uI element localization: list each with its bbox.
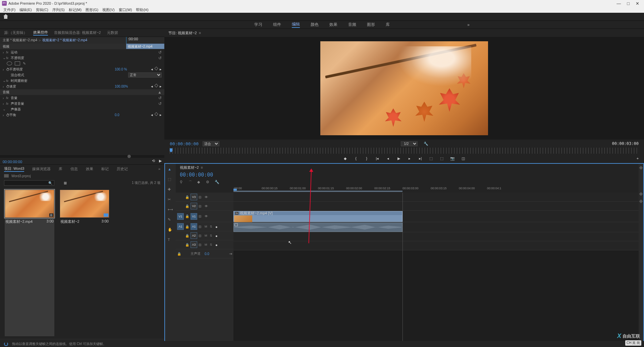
lock-icon[interactable]: 🔒	[185, 243, 189, 247]
keyframe-icon[interactable]	[154, 84, 158, 87]
bin-icon[interactable]	[4, 174, 9, 178]
program-timecode[interactable]: 00:00:00:00	[170, 141, 199, 146]
solo-button[interactable]: S	[210, 234, 214, 237]
track-v3-header[interactable]: 🔒V3⊟👁	[176, 193, 233, 202]
workspace-libraries[interactable]: 库	[386, 22, 390, 28]
ec-loop-icon[interactable]: ⟲	[152, 159, 155, 163]
track-a2-header[interactable]: 🔒A2⊟MS●	[176, 231, 233, 240]
ripple-tool-icon[interactable]: ✚	[168, 187, 173, 193]
maximize-button[interactable]: □	[627, 1, 630, 6]
pen-tool-icon[interactable]: ✎	[168, 217, 173, 223]
lock-icon[interactable]: 🔒	[185, 234, 189, 238]
lock-icon[interactable]: 🔒	[185, 204, 189, 208]
sync-icon[interactable]: ⊟	[199, 195, 203, 199]
fit-select[interactable]: 适合	[203, 141, 219, 146]
video-clip[interactable]: fx视频素材~2.mp4 [V] ↖	[233, 211, 402, 222]
tabs-overflow[interactable]: »	[158, 167, 160, 171]
workspace-color[interactable]: 颜色	[311, 22, 319, 28]
menu-file[interactable]: 文件(F)	[2, 7, 17, 12]
tab-libraries[interactable]: 库	[59, 166, 62, 171]
reset-icon[interactable]: ↺	[158, 56, 162, 60]
menu-edit[interactable]: 编辑(E)	[18, 7, 33, 12]
extract-icon[interactable]: ⬚	[439, 156, 444, 161]
settings-icon[interactable]: 🔧	[424, 142, 428, 146]
track-master-header[interactable]: 🔒主声道0.0⇥	[176, 249, 233, 258]
go-to-in-icon[interactable]: |◂	[375, 156, 380, 161]
sync-icon[interactable]: ⊟	[199, 225, 203, 229]
slip-tool-icon[interactable]: ⟷	[168, 207, 173, 213]
menu-sequence[interactable]: 序列(S)	[51, 7, 66, 12]
workspace-effects[interactable]: 效果	[329, 22, 337, 28]
project-item-sequence[interactable]: 视频素材~23:00	[60, 190, 109, 336]
in-point-icon[interactable]: {	[354, 156, 358, 161]
tab-effects[interactable]: 效果	[86, 166, 93, 171]
ec-volume[interactable]: 音量	[11, 96, 158, 100]
eye-icon[interactable]: 👁	[205, 195, 209, 199]
menu-help[interactable]: 帮助(H)	[135, 7, 150, 12]
keyframe-icon[interactable]	[154, 112, 158, 116]
out-point-icon[interactable]: }	[364, 156, 369, 161]
home-icon[interactable]	[3, 15, 8, 19]
skip-icon[interactable]: ⇥	[229, 252, 232, 256]
mute-button[interactable]: M	[205, 234, 209, 237]
workspace-audio[interactable]: 音频	[348, 22, 356, 28]
tab-audio-mixer[interactable]: 音频剪辑混合器: 视频素材~2	[54, 30, 101, 35]
workspace-assembly[interactable]: 组件	[273, 22, 281, 28]
hand-tool-icon[interactable]: ✋	[168, 228, 173, 233]
ec-speed-value[interactable]: 100.00%	[115, 85, 142, 88]
menu-clip[interactable]: 剪辑(C)	[35, 7, 50, 12]
ec-scrollbar[interactable]	[127, 155, 131, 158]
mute-button[interactable]: M	[205, 225, 209, 228]
workspace-learn[interactable]: 学习	[254, 22, 262, 28]
sync-icon[interactable]: ⊟	[199, 214, 203, 218]
tab-source[interactable]: 源:（无剪辑）	[4, 30, 27, 35]
ec-opacity[interactable]: 不透明度	[11, 56, 158, 60]
workspace-overflow[interactable]: »	[467, 22, 470, 27]
track-target[interactable]: V3	[191, 194, 197, 200]
reset-icon[interactable]: ↺	[158, 96, 162, 100]
type-tool-icon[interactable]: T	[168, 238, 173, 243]
ec-panner[interactable]: 声像器	[11, 107, 162, 112]
ec-play-icon[interactable]: ▶	[159, 159, 162, 163]
search-input[interactable]	[4, 180, 54, 186]
minimize-button[interactable]: —	[616, 1, 621, 6]
pen-mask-icon[interactable]: ✎	[23, 61, 26, 66]
menu-view[interactable]: 视图(V)	[101, 7, 116, 12]
project-item-clip[interactable]: ⊞ 视频素材~2.mp43:00	[5, 190, 54, 336]
track-target[interactable]: V2	[191, 203, 197, 209]
track-select-tool-icon[interactable]: ⬚	[168, 177, 173, 183]
collapse-icon[interactable]: ▲	[158, 90, 162, 95]
eye-icon[interactable]: 👁	[205, 214, 209, 218]
menu-graphics[interactable]: 图形(G)	[84, 7, 100, 12]
record-icon[interactable]: ●	[215, 225, 219, 228]
marker-add-icon[interactable]: ◆	[197, 180, 202, 185]
compare-icon[interactable]: ◫	[461, 156, 466, 161]
sync-icon[interactable]: ⊟	[199, 234, 203, 238]
track-target[interactable]: V1	[191, 213, 197, 220]
wrench-icon[interactable]: 🔧	[215, 180, 219, 185]
tab-markers[interactable]: 标记	[101, 166, 109, 171]
tab-effect-controls[interactable]: 效果控件	[33, 30, 48, 36]
ec-time-remap[interactable]: 时间重映射	[11, 79, 162, 83]
quality-select[interactable]: 1/2	[401, 141, 418, 146]
timeline-track-area[interactable]: fx视频素材~2.mp4 [V] ↖	[233, 193, 639, 346]
lock-icon[interactable]: 🔒	[185, 214, 189, 218]
tab-metadata[interactable]: 元数据	[107, 30, 118, 35]
rect-mask-icon[interactable]	[15, 61, 20, 65]
track-a1-header[interactable]: A1🔒A1⊟MS●	[176, 222, 233, 231]
program-ruler[interactable]	[170, 148, 639, 154]
lock-icon[interactable]: 🔒	[177, 252, 181, 256]
track-a3-header[interactable]: 🔒A3⊟MS●	[176, 240, 233, 249]
ec-clip-path[interactable]: 视频素材~2 * 视频素材~2.mp4	[42, 38, 87, 43]
eye-icon[interactable]: 👁	[205, 204, 209, 208]
track-v2-header[interactable]: 🔒V2⊟👁	[176, 202, 233, 211]
tab-project[interactable]: 项目: Word3	[4, 166, 24, 172]
record-icon[interactable]: ●	[215, 243, 219, 246]
ec-channel-volume[interactable]: 声道音量	[11, 101, 158, 106]
step-back-icon[interactable]: ◂	[386, 156, 390, 161]
record-icon[interactable]: ●	[215, 234, 219, 237]
mute-button[interactable]: M	[205, 243, 209, 246]
tab-history[interactable]: 历史记	[117, 166, 128, 171]
ec-motion[interactable]: 运动	[11, 50, 158, 55]
play-icon[interactable]: ▶	[396, 156, 401, 161]
